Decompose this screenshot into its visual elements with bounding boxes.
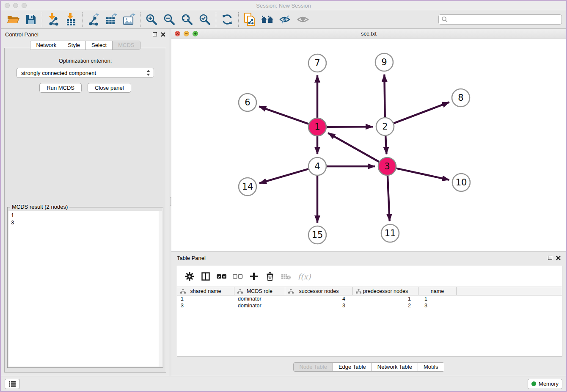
control-panel-title: Control Panel (5, 31, 39, 38)
export-image-icon[interactable] (120, 12, 138, 27)
table-cell[interactable]: 2 (353, 303, 418, 309)
new-network-from-selection-icon[interactable] (241, 12, 259, 27)
save-session-icon[interactable] (22, 12, 40, 27)
table-cell[interactable]: 4 (285, 296, 353, 302)
status-bar: Memory (1, 376, 566, 391)
window-titlebar: Session: New Session (1, 1, 566, 10)
hide-graphics-details-icon[interactable] (276, 12, 294, 27)
graph-node-label: 7 (314, 58, 320, 68)
tab-network[interactable]: Network (30, 41, 62, 50)
settings-gear-icon[interactable] (182, 270, 197, 283)
refresh-layout-icon[interactable] (218, 12, 236, 27)
close-panel-button[interactable]: Close panel (88, 83, 131, 93)
column-header-predecessor-nodes[interactable]: predecessor nodes (353, 287, 418, 295)
float-table-panel-icon[interactable] (548, 256, 552, 260)
close-table-panel-icon[interactable] (556, 256, 561, 260)
export-table-icon[interactable] (102, 12, 120, 27)
tab-edge-table[interactable]: Edge Table (333, 363, 372, 371)
table-panel-title: Table Panel (177, 255, 206, 261)
first-neighbors-icon[interactable] (259, 12, 276, 27)
mcds-result-groupbox: MCDS result (2 nodes) 13 (7, 207, 163, 368)
run-mcds-button[interactable]: Run MCDS (39, 83, 82, 93)
network-view-window: scc.txt 7968124314101511 (171, 29, 566, 252)
graph-edge-2-3[interactable] (385, 136, 386, 154)
float-panel-icon[interactable] (153, 32, 157, 36)
graph-node-label: 4 (314, 161, 320, 171)
dropdown-value: strongly connected component (21, 70, 146, 76)
table-cell[interactable]: 3 (177, 303, 234, 309)
network-canvas[interactable]: 7968124314101511 (171, 39, 566, 251)
table-header-row: shared name MCDS role successor nodes (177, 287, 562, 295)
show-graphics-details-icon[interactable] (294, 12, 312, 27)
search-input[interactable] (448, 15, 561, 24)
optimization-criterion-dropdown[interactable]: strongly connected component (17, 68, 154, 78)
control-panel: Control Panel Network Style Select MCDS (1, 29, 170, 376)
graph-edge-1-2[interactable] (327, 127, 373, 127)
tab-motifs[interactable]: Motifs (418, 363, 444, 371)
tab-style[interactable]: Style (62, 41, 86, 50)
memory-button[interactable]: Memory (528, 379, 562, 389)
table-row[interactable]: 3dominator323 (177, 302, 562, 309)
zoom-out-icon[interactable] (160, 12, 178, 27)
table-cell[interactable]: dominator (234, 296, 285, 302)
mcds-result-text[interactable]: 13 (8, 211, 162, 367)
graph-node-label: 9 (381, 57, 387, 67)
toolbar-separator (42, 12, 42, 27)
import-table-icon[interactable] (62, 12, 80, 27)
network-window-title: scc.txt (171, 30, 566, 37)
toolbar-separator (216, 12, 216, 27)
table-cell[interactable]: 3 (285, 303, 353, 309)
show-columns-icon[interactable] (198, 270, 213, 283)
table-cell[interactable]: 1 (353, 296, 418, 302)
control-panel-tabs: Network Style Select MCDS (30, 41, 140, 50)
zoom-selected-icon[interactable] (196, 12, 214, 27)
delete-table-icon (279, 270, 293, 283)
import-network-icon[interactable] (44, 12, 62, 27)
graph-edge-4-14[interactable] (259, 169, 308, 183)
search-box[interactable] (438, 14, 562, 25)
table-cell[interactable]: 3 (418, 303, 457, 309)
task-history-button[interactable] (5, 379, 20, 389)
column-header-shared-name[interactable]: shared name (177, 287, 234, 295)
close-panel-icon[interactable] (161, 32, 165, 37)
zoom-fit-icon[interactable] (178, 12, 196, 27)
select-all-columns-icon[interactable] (215, 270, 229, 283)
unselect-all-columns-icon[interactable] (231, 270, 245, 283)
add-column-icon[interactable] (247, 270, 261, 283)
graph-edge-3-10[interactable] (396, 168, 449, 180)
table-tabs: Node Table Edge Table Network Table Moti… (293, 362, 444, 372)
table-cell[interactable]: 1 (177, 296, 234, 302)
graph-node-label: 8 (458, 93, 463, 103)
table-panel: Table Panel (171, 252, 566, 376)
tree-column-icon (356, 289, 361, 294)
graph-edge-1-6[interactable] (259, 107, 308, 124)
graph-edge-2-8[interactable] (394, 102, 449, 123)
tab-network-table[interactable]: Network Table (372, 363, 418, 371)
table-body: 1dominator4113dominator323 (177, 295, 562, 356)
window-title: Session: New Session (1, 3, 566, 9)
mcds-tab-content: Optimization criterion: strongly connect… (4, 48, 166, 373)
tab-mcds[interactable]: MCDS (113, 41, 140, 50)
result-scrollbar[interactable] (159, 211, 162, 367)
table-row[interactable]: 1dominator411 (177, 295, 562, 302)
table-cell[interactable]: dominator (234, 303, 285, 309)
column-header-mcds-role[interactable]: MCDS role (234, 287, 285, 295)
tab-select[interactable]: Select (86, 41, 113, 50)
graph-edge-3-1[interactable] (328, 133, 379, 162)
application-window: Session: New Session (0, 0, 567, 392)
column-header-name[interactable]: name (418, 287, 457, 295)
function-builder-icon: f(x) (295, 270, 314, 283)
zoom-in-icon[interactable] (143, 12, 160, 27)
graph-edge-2-9[interactable] (384, 75, 385, 117)
table-cell[interactable]: 1 (418, 296, 457, 302)
export-network-icon[interactable] (85, 12, 102, 27)
delete-columns-icon[interactable] (263, 270, 277, 283)
graph-node-label: 3 (384, 161, 390, 171)
graph-node-label: 10 (456, 177, 467, 188)
graph-node-label: 6 (245, 97, 250, 108)
column-header-successor-nodes[interactable]: successor nodes (285, 287, 353, 295)
network-graph: 7968124314101511 (171, 39, 566, 251)
open-file-icon[interactable] (4, 12, 22, 27)
graph-edge-3-11[interactable] (388, 176, 390, 221)
tab-node-table[interactable]: Node Table (294, 363, 333, 371)
